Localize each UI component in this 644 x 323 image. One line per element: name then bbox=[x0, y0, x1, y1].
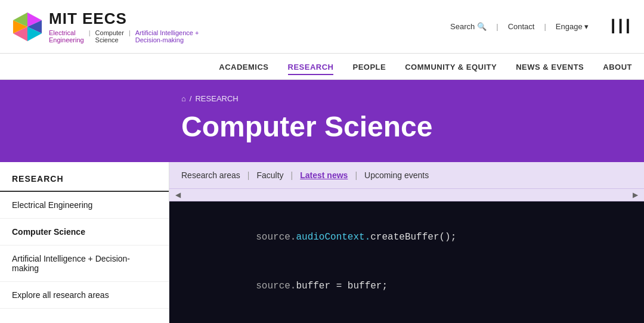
header-right: Search 🔍 | Contact | Engage ▾ ǀǀǀ bbox=[450, 15, 632, 38]
search-button[interactable]: Search 🔍 bbox=[450, 22, 487, 31]
main-nav: ACADEMICS RESEARCH PEOPLE COMMUNITY & EQ… bbox=[0, 54, 644, 80]
logo-text: MIT EECS ElectricalEngineering | Compute… bbox=[49, 10, 199, 44]
scroll-bar: ◀ ▶ bbox=[169, 189, 644, 201]
sidebar-item-cs[interactable]: Computer Science bbox=[0, 219, 169, 246]
sidebar-item-ee[interactable]: Electrical Engineering bbox=[0, 192, 169, 219]
nav-item-community[interactable]: COMMUNITY & EQUITY bbox=[405, 62, 497, 72]
nav-item-people[interactable]: PEOPLE bbox=[352, 62, 386, 72]
breadcrumb-section: RESEARCH bbox=[195, 94, 238, 103]
code-block: source.audioContext.createBuffer(); sour… bbox=[187, 213, 626, 323]
content-area: RESEARCH Electrical Engineering Computer… bbox=[0, 162, 644, 323]
main-content: Research areas | Faculty | Latest news |… bbox=[169, 162, 644, 323]
nav-item-research[interactable]: RESEARCH bbox=[288, 62, 334, 72]
page-title: Computer Science bbox=[181, 110, 463, 143]
scroll-right-icon[interactable]: ▶ bbox=[633, 191, 638, 199]
filter-faculty[interactable]: Faculty bbox=[249, 170, 290, 180]
logo-ai: Artificial Intelligence +Decision-making bbox=[135, 29, 199, 44]
filter-research-areas[interactable]: Research areas bbox=[181, 170, 247, 180]
logo-icon bbox=[12, 11, 43, 42]
filter-bar: Research areas | Faculty | Latest news |… bbox=[169, 162, 644, 189]
breadcrumb-sep: / bbox=[190, 94, 192, 103]
mit-logo: ǀǀǀ bbox=[610, 15, 632, 38]
filter-upcoming-events[interactable]: Upcoming events bbox=[357, 170, 436, 180]
top-bar: MIT EECS ElectricalEngineering | Compute… bbox=[0, 0, 644, 54]
scroll-left-icon[interactable]: ◀ bbox=[175, 191, 181, 199]
home-icon[interactable]: ⌂ bbox=[181, 94, 186, 103]
filter-latest-news[interactable]: Latest news bbox=[293, 170, 355, 180]
nav-item-news[interactable]: NEWS & EVENTS bbox=[516, 62, 584, 72]
sidebar-heading: RESEARCH bbox=[0, 162, 169, 192]
engage-button[interactable]: Engage ▾ bbox=[556, 22, 589, 31]
sidebar-item-ai[interactable]: Artificial Intelligence + Decision-makin… bbox=[0, 246, 169, 282]
chevron-down-icon: ▾ bbox=[584, 22, 589, 31]
nav-items: ACADEMICS RESEARCH PEOPLE COMMUNITY & EQ… bbox=[219, 62, 632, 72]
search-icon: 🔍 bbox=[477, 22, 487, 31]
nav-item-about[interactable]: ABOUT bbox=[603, 62, 632, 72]
sidebar-item-explore[interactable]: Explore all research areas bbox=[0, 282, 169, 309]
sidebar: RESEARCH Electrical Engineering Computer… bbox=[0, 162, 169, 323]
code-image: source.audioContext.createBuffer(); sour… bbox=[169, 201, 644, 323]
nav-item-academics[interactable]: ACADEMICS bbox=[219, 62, 268, 72]
logo-cs: ComputerScience bbox=[95, 29, 124, 44]
hero-section: ⌂ / RESEARCH Computer Science bbox=[0, 80, 644, 162]
search-label: Search bbox=[450, 22, 475, 31]
header-utilities: Search 🔍 | Contact | Engage ▾ bbox=[450, 22, 589, 31]
logo-subtitle: ElectricalEngineering | ComputerScience … bbox=[49, 29, 199, 44]
logo-title: MIT EECS bbox=[49, 10, 199, 28]
contact-link[interactable]: Contact bbox=[508, 22, 535, 31]
logo-area: MIT EECS ElectricalEngineering | Compute… bbox=[12, 10, 199, 44]
code-line-2: source.buffer = buffer; bbox=[187, 262, 626, 311]
logo-ee: ElectricalEngineering bbox=[49, 29, 84, 44]
code-line-3: source.connect(this.audioContext.destina… bbox=[187, 310, 626, 323]
mit-logo-block: ǀǀǀ bbox=[610, 15, 632, 38]
code-line-1: source.audioContext.createBuffer(); bbox=[187, 213, 626, 262]
engage-label: Engage bbox=[556, 22, 583, 31]
breadcrumb: ⌂ / RESEARCH bbox=[181, 94, 463, 103]
